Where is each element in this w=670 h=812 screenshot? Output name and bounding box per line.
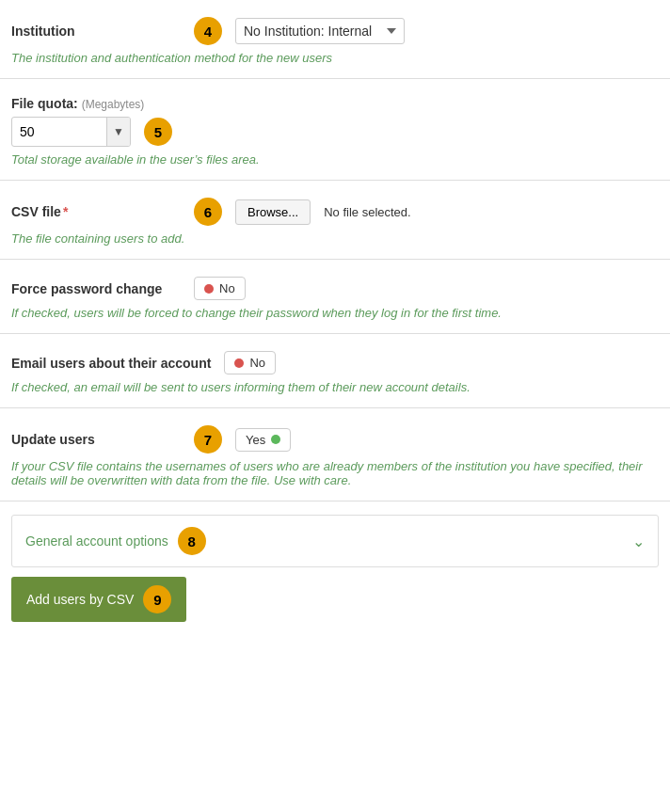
csv-file-hint: The file containing users to add.: [11, 231, 659, 246]
force-password-dot: [204, 284, 214, 294]
institution-badge: 4: [194, 17, 222, 45]
update-users-badge: 7: [194, 425, 222, 454]
file-quota-label: File quota: (Megabytes): [11, 96, 181, 111]
csv-file-section: CSV file* 6 Browse... No file selected. …: [0, 181, 670, 260]
update-users-hint: If your CSV file contains the usernames …: [11, 459, 659, 487]
update-users-label: Update users: [11, 432, 181, 447]
required-star: *: [63, 204, 68, 219]
update-users-toggle[interactable]: Yes: [235, 428, 291, 452]
chevron-down-icon: ⌄: [632, 533, 645, 550]
update-users-row: Update users 7 Yes: [11, 425, 659, 454]
update-users-dot: [271, 435, 280, 444]
force-password-hint: If checked, users will be forced to chan…: [11, 306, 659, 320]
institution-row: Institution 4 No Institution: Internal: [11, 17, 659, 45]
general-account-label-wrap: General account options 8: [25, 527, 206, 555]
institution-section: Institution 4 No Institution: Internal T…: [0, 0, 670, 79]
general-account-badge: 8: [178, 527, 206, 555]
email-users-dot: [234, 358, 244, 368]
csv-file-badge: 6: [194, 198, 222, 226]
file-quota-top-row: File quota: (Megabytes): [11, 96, 659, 111]
browse-button[interactable]: Browse...: [235, 199, 311, 225]
update-users-section: Update users 7 Yes If your CSV file cont…: [0, 408, 670, 502]
no-file-text: No file selected.: [324, 205, 411, 219]
csv-file-label: CSV file*: [11, 204, 181, 219]
file-quota-input[interactable]: 50: [12, 119, 106, 144]
general-account-label: General account options: [25, 533, 168, 549]
force-password-toggle[interactable]: No: [194, 277, 246, 300]
add-users-badge: 9: [143, 585, 171, 613]
email-users-section: Email users about their account No If ch…: [0, 334, 670, 408]
institution-label: Institution: [11, 24, 181, 39]
file-quota-section: File quota: (Megabytes) 50 ▼ 5 Total sto…: [0, 79, 670, 181]
institution-select[interactable]: No Institution: Internal: [235, 18, 405, 44]
add-users-label: Add users by CSV: [26, 592, 134, 607]
email-users-label: Email users about their account: [11, 356, 211, 371]
institution-hint: The institution and authentication metho…: [11, 51, 659, 65]
file-quota-input-wrap: 50 ▼: [11, 117, 131, 147]
file-quota-badge: 5: [144, 118, 172, 146]
email-users-toggle-label: No: [249, 356, 265, 370]
add-users-button[interactable]: Add users by CSV 9: [11, 577, 186, 622]
email-users-toggle[interactable]: No: [224, 351, 276, 374]
email-users-hint: If checked, an email will be sent to use…: [11, 380, 659, 394]
file-quota-dropdown-btn[interactable]: ▼: [106, 118, 130, 146]
file-quota-unit: (Megabytes): [82, 98, 145, 111]
force-password-toggle-label: No: [219, 281, 235, 295]
force-password-section: Force password change No If checked, use…: [0, 260, 670, 334]
email-users-row: Email users about their account No: [11, 351, 659, 374]
add-users-wrap: Add users by CSV 9: [0, 577, 670, 637]
update-users-toggle-label: Yes: [246, 433, 265, 447]
force-password-row: Force password change No: [11, 277, 659, 300]
csv-file-row: CSV file* 6 Browse... No file selected.: [11, 198, 659, 226]
general-account-row[interactable]: General account options 8 ⌄: [11, 515, 659, 567]
force-password-label: Force password change: [11, 281, 181, 296]
file-quota-input-row: 50 ▼ 5: [11, 117, 659, 147]
file-quota-hint: Total storage available in the user’s fi…: [11, 152, 659, 167]
